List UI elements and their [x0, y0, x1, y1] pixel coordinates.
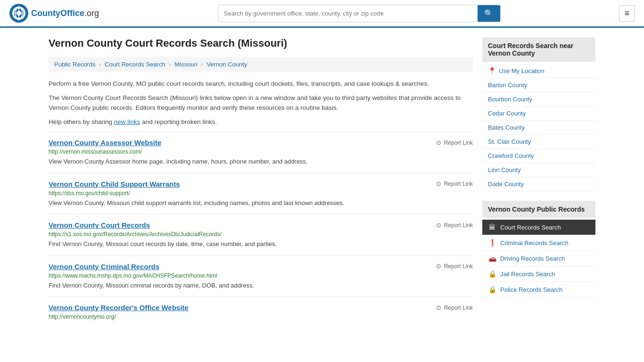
nearby-county-item: Linn County — [482, 163, 595, 177]
record-entry: Vernon County Child Support Warrants ⚙ R… — [49, 173, 473, 214]
nearby-county-link-1[interactable]: Bourbon County — [488, 96, 532, 103]
new-links-link[interactable]: new links — [114, 118, 140, 125]
record-header: Vernon County Assessor Website ⚙ Report … — [49, 139, 473, 147]
records-container: Vernon County Assessor Website ⚙ Report … — [49, 132, 473, 329]
pub-rec-link-4[interactable]: Police Records Search — [500, 286, 562, 293]
nearby-county-link-4[interactable]: St. Clair County — [488, 138, 531, 145]
description-paragraph-3: Help others by sharing new links and rep… — [49, 117, 473, 127]
pub-rec-icon-3: 🔒 — [488, 270, 496, 278]
nearby-header: Court Records Search near Vernon County — [482, 37, 595, 62]
public-records-item[interactable]: 🚗 Driving Records Search — [482, 251, 595, 266]
public-records-item[interactable]: 🏛 Court Records Search — [482, 220, 595, 235]
logo-icon — [9, 4, 28, 23]
record-entry: Vernon County Assessor Website ⚙ Report … — [49, 132, 473, 173]
nearby-county-item: Bates County — [482, 121, 595, 135]
record-header: Vernon County Recorder's Office Website … — [49, 304, 473, 312]
record-url-4[interactable]: http://vernoncountymo.org/ — [49, 313, 473, 320]
public-records-header: Vernon County Public Records — [482, 201, 595, 218]
record-title-3[interactable]: Vernon County Criminal Records — [49, 263, 159, 271]
breadcrumb-public-records[interactable]: Public Records — [54, 61, 95, 68]
report-link-1[interactable]: ⚙ Report Link — [436, 180, 473, 188]
record-title-4[interactable]: Vernon County Recorder's Office Website — [49, 304, 189, 312]
search-button[interactable]: 🔍 — [478, 5, 500, 22]
record-entry: Vernon County Criminal Records ⚙ Report … — [49, 255, 473, 297]
nearby-county-link-3[interactable]: Bates County — [488, 124, 525, 131]
report-icon: ⚙ — [436, 222, 442, 229]
report-icon: ⚙ — [436, 263, 442, 270]
site-header: CountyOffice.org 🔍 ≡ — [0, 0, 644, 28]
nearby-county-item: Crawford County — [482, 149, 595, 163]
report-link-0[interactable]: ⚙ Report Link — [436, 139, 473, 147]
record-url-3[interactable]: https://www.machs.mshp.dps.mo.gov/MACHSF… — [49, 272, 473, 279]
search-area: 🔍 — [218, 5, 501, 22]
record-entry: Vernon County Court Records ⚙ Report Lin… — [49, 214, 473, 255]
public-records-item[interactable]: 🔒 Police Records Search — [482, 282, 595, 297]
report-link-4[interactable]: ⚙ Report Link — [436, 304, 473, 312]
report-icon: ⚙ — [436, 304, 442, 312]
nearby-county-item: Barton County — [482, 78, 595, 92]
description-paragraph-2: The Vernon County Court Records Search (… — [49, 93, 473, 113]
nearby-counties-container: Barton CountyBourbon CountyCedar CountyB… — [482, 78, 595, 191]
nearby-county-link-6[interactable]: Linn County — [488, 166, 520, 173]
nearby-county-item: Bourbon County — [482, 92, 595, 107]
sidebar: Court Records Search near Vernon County … — [482, 37, 595, 329]
pub-rec-icon-1: ❗ — [488, 239, 496, 247]
nearby-county-item: St. Clair County — [482, 135, 595, 149]
record-url-1[interactable]: https://dss.mo.gov/child-support/ — [49, 190, 473, 197]
report-icon: ⚙ — [436, 180, 442, 188]
pub-rec-link-2[interactable]: Driving Records Search — [500, 255, 565, 262]
breadcrumb: Public Records › Court Records Search › … — [49, 57, 473, 72]
main-container: Vernon County Court Records Search (Miss… — [39, 28, 605, 338]
public-records-container: 🏛 Court Records Search ❗ Criminal Record… — [482, 220, 595, 297]
record-desc-1: View Vernon County, Missouri child suppo… — [49, 198, 473, 208]
search-box: 🔍 — [218, 5, 501, 22]
use-location-link[interactable]: Use My Location — [499, 67, 545, 74]
report-link-2[interactable]: ⚙ Report Link — [436, 222, 473, 229]
breadcrumb-court-records-search[interactable]: Court Records Search — [105, 61, 165, 68]
record-url-2[interactable]: https://s1.sos.mo.gov/Records/Archives/A… — [49, 231, 473, 238]
report-link-3[interactable]: ⚙ Report Link — [436, 263, 473, 270]
pub-rec-link-3[interactable]: Jail Records Search — [500, 271, 555, 278]
pub-rec-icon-2: 🚗 — [488, 255, 496, 262]
record-desc-2: Find Vernon County, Missouri court recor… — [49, 239, 473, 249]
pub-rec-link-1[interactable]: Criminal Records Search — [500, 239, 569, 247]
location-icon: 📍 — [488, 67, 496, 74]
use-location-item[interactable]: 📍 Use My Location — [482, 64, 595, 78]
record-header: Vernon County Criminal Records ⚙ Report … — [49, 263, 473, 271]
pub-rec-icon-0: 🏛 — [488, 223, 496, 231]
nearby-county-link-2[interactable]: Cedar County — [488, 110, 526, 117]
breadcrumb-missouri[interactable]: Missouri — [174, 61, 197, 68]
record-title-2[interactable]: Vernon County Court Records — [49, 221, 150, 229]
pub-rec-icon-4: 🔒 — [488, 286, 496, 293]
nearby-county-link-5[interactable]: Crawford County — [488, 152, 534, 159]
description-area: Perform a free Vernon County, MO public … — [49, 79, 473, 127]
content-area: Vernon County Court Records Search (Miss… — [49, 37, 473, 329]
nearby-section: Court Records Search near Vernon County … — [482, 37, 595, 191]
menu-button[interactable]: ≡ — [619, 5, 635, 22]
logo-area[interactable]: CountyOffice.org — [9, 4, 99, 23]
public-records-section: Vernon County Public Records 🏛 Court Rec… — [482, 201, 595, 297]
nearby-county-item: Cedar County — [482, 107, 595, 121]
record-desc-3: Find Vernon County, Missouri criminal re… — [49, 281, 473, 290]
report-icon: ⚙ — [436, 139, 442, 147]
record-entry: Vernon County Recorder's Office Website … — [49, 296, 473, 329]
description-paragraph-1: Perform a free Vernon County, MO public … — [49, 79, 473, 89]
search-input[interactable] — [218, 5, 478, 22]
record-title-0[interactable]: Vernon County Assessor Website — [49, 139, 161, 147]
logo-text: CountyOffice.org — [31, 8, 99, 18]
public-records-item[interactable]: 🔒 Jail Records Search — [482, 266, 595, 282]
pub-rec-label-0: Court Records Search — [500, 224, 561, 231]
record-header: Vernon County Child Support Warrants ⚙ R… — [49, 180, 473, 188]
nearby-county-item: Dade County — [482, 177, 595, 191]
nearby-county-link-0[interactable]: Barton County — [488, 82, 527, 89]
record-desc-0: View Vernon County Assessor home page, i… — [49, 157, 473, 166]
record-header: Vernon County Court Records ⚙ Report Lin… — [49, 221, 473, 229]
page-title: Vernon County Court Records Search (Miss… — [49, 37, 473, 49]
record-title-1[interactable]: Vernon County Child Support Warrants — [49, 180, 180, 188]
breadcrumb-vernon-county[interactable]: Vernon County — [206, 61, 247, 68]
nearby-county-link-7[interactable]: Dade County — [488, 181, 524, 188]
record-url-0[interactable]: http://vernon.missouriassessors.com/ — [49, 148, 473, 155]
public-records-item[interactable]: ❗ Criminal Records Search — [482, 235, 595, 251]
